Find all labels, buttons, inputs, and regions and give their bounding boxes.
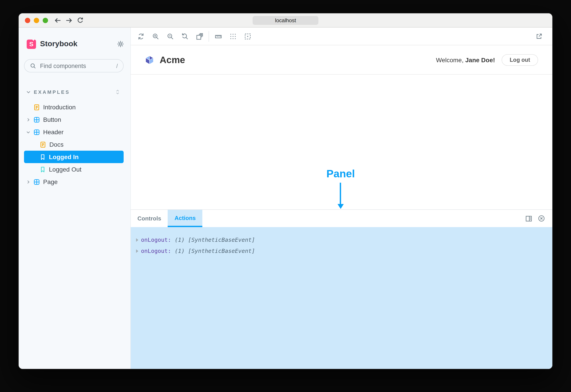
traffic-lights (25, 17, 48, 23)
sidebar-item-label: Header (43, 128, 64, 136)
acme-logo-icon (144, 55, 155, 65)
url-text: localhost (275, 17, 296, 24)
close-window-button[interactable] (25, 17, 30, 23)
tab-controls[interactable]: Controls (131, 210, 168, 227)
sidebar-item-page[interactable]: Page (19, 176, 130, 188)
sidebar-item-button[interactable]: Button (19, 113, 130, 126)
zoom-reset-icon[interactable] (177, 30, 192, 42)
expand-triangle-icon[interactable] (136, 249, 138, 253)
search-input[interactable]: Find components / (24, 59, 124, 72)
search-placeholder: Find components (40, 62, 116, 69)
canvas-toolbar (131, 28, 552, 45)
tab-actions[interactable]: Actions (168, 210, 202, 227)
expand-collapse-all-icon[interactable] (115, 89, 121, 95)
forward-arrow-icon[interactable] (65, 17, 72, 24)
reload-icon[interactable] (76, 17, 84, 24)
component-icon (33, 129, 40, 135)
sidebar-section-examples[interactable]: EXAMPLES (19, 87, 130, 97)
action-name: onLogout: (141, 237, 171, 243)
storybook-sidebar: S Storybook Find components (19, 28, 131, 369)
acme-title: Acme (160, 55, 185, 65)
sidebar-item-header[interactable]: Header (19, 126, 130, 138)
panel-annotation-arrow (340, 183, 341, 204)
close-panel-icon[interactable] (538, 215, 545, 222)
panel-annotation-label: Panel (327, 168, 355, 180)
actions-panel: onLogout: (1) [SyntheticBaseEvent] onLog… (131, 227, 552, 369)
sidebar-item-introduction[interactable]: Introduction (19, 101, 130, 113)
sidebar-item-label: Page (43, 178, 57, 185)
action-name: onLogout: (141, 248, 171, 254)
panel-tab-bar: Controls Actions (131, 209, 552, 227)
log-out-button[interactable]: Log out (502, 54, 538, 66)
url-bar[interactable]: localhost (253, 16, 318, 25)
chevron-right-icon[interactable] (26, 179, 31, 184)
storybook-logo-letter: S (29, 41, 34, 48)
toolbar-divider (209, 31, 209, 42)
document-icon (40, 141, 46, 148)
sidebar-item-logged-out[interactable]: Logged Out (19, 163, 130, 176)
action-log-row[interactable]: onLogout: (1) [SyntheticBaseEvent] (136, 234, 552, 245)
search-icon (30, 62, 36, 69)
browser-window: localhost S Storybook (19, 13, 552, 369)
open-canvas-new-tab-icon[interactable] (531, 30, 546, 42)
storybook-logo: S (27, 39, 36, 49)
chevron-down-icon[interactable] (26, 129, 31, 134)
back-arrow-icon[interactable] (54, 17, 61, 24)
chevron-down-icon (26, 89, 31, 95)
sidebar-item-docs[interactable]: Docs (19, 138, 130, 151)
sidebar-item-logged-in[interactable]: Logged In (24, 151, 124, 163)
sidebar-item-label: Introduction (43, 104, 76, 111)
outline-icon[interactable] (240, 30, 255, 42)
zoom-window-button[interactable] (43, 17, 48, 23)
browser-titlebar: localhost (19, 13, 552, 28)
chevron-right-icon[interactable] (26, 117, 31, 122)
gear-icon[interactable] (117, 41, 124, 48)
sidebar-item-label: Button (43, 116, 61, 123)
measure-icon[interactable] (211, 30, 226, 42)
story-canvas (131, 75, 552, 209)
storybook-brand-title: Storybook (40, 40, 117, 48)
search-shortcut: / (116, 62, 118, 69)
bookmark-icon (40, 154, 46, 160)
document-icon (33, 104, 40, 111)
sidebar-item-label: Docs (49, 141, 64, 148)
minimize-window-button[interactable] (34, 17, 39, 23)
component-icon (33, 116, 40, 123)
panel-position-icon[interactable] (525, 215, 532, 222)
bookmark-icon (40, 166, 46, 173)
user-name: Jane Doe! (465, 56, 495, 63)
sidebar-item-label: Logged Out (49, 166, 81, 173)
story-header: Acme Welcome, Jane Doe! Log out (131, 45, 552, 75)
welcome-text: Welcome, Jane Doe! (436, 56, 495, 63)
component-tree: EXAMPLES Introduction (19, 87, 130, 188)
action-value: (1) [SyntheticBaseEvent] (174, 248, 255, 254)
grid-icon[interactable] (226, 30, 240, 42)
section-label: EXAMPLES (34, 89, 70, 95)
canvas-area: Acme Welcome, Jane Doe! Log out Controls… (131, 28, 552, 369)
expand-triangle-icon[interactable] (136, 238, 138, 241)
screen-background: localhost S Storybook (0, 0, 571, 392)
action-log-row[interactable]: onLogout: (1) [SyntheticBaseEvent] (136, 245, 552, 256)
sidebar-item-label: Logged In (49, 153, 79, 160)
zoom-out-icon[interactable] (163, 30, 177, 42)
action-value: (1) [SyntheticBaseEvent] (174, 237, 255, 243)
background-icon[interactable] (192, 30, 207, 42)
component-icon (33, 179, 40, 185)
zoom-in-icon[interactable] (148, 30, 163, 42)
remount-icon[interactable] (133, 30, 148, 42)
